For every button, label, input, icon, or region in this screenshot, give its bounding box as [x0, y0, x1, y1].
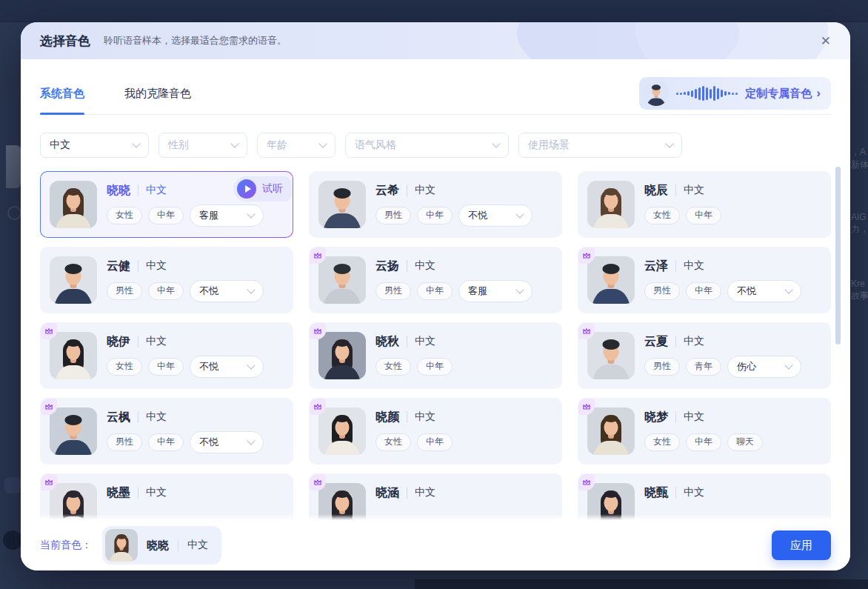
divider	[407, 487, 407, 499]
voice-card-main: 云希中文男性中年不悦	[375, 183, 552, 227]
divider	[407, 411, 407, 423]
emotion-select[interactable]: 不悦	[190, 280, 264, 302]
emotion-select[interactable]: 伤心	[727, 356, 801, 378]
voice-card[interactable]: 晓伊中文女性中年不悦	[40, 322, 293, 389]
chevron-down-icon	[247, 436, 255, 445]
chevron-down-icon	[230, 139, 238, 147]
dialog-body: 系统音色 我的克隆音色 定制专属音色 › 中文性别年龄语气风格使用场景 晓晓中文…	[21, 59, 850, 520]
voice-card[interactable]: 云枫中文男性中年不悦	[40, 398, 293, 465]
voice-name: 云健	[107, 259, 130, 274]
close-icon[interactable]: ✕	[821, 35, 831, 47]
voice-card[interactable]: 晓辰中文女性中年	[578, 171, 831, 238]
apply-button[interactable]: 应用	[772, 530, 831, 560]
dialog-footer: 当前音色： 晓晓 中文 应用	[21, 520, 850, 570]
voice-card[interactable]: 晓晓中文女性中年客服试听	[40, 171, 293, 238]
emotion-select[interactable]: 客服	[190, 204, 264, 227]
emotion-value: 不悦	[199, 436, 218, 449]
voice-tag: 中年	[148, 433, 184, 451]
filter-select-1[interactable]: 中文	[40, 133, 149, 158]
scrollbar-thumb[interactable]	[835, 167, 841, 345]
voice-card[interactable]: 云希中文男性中年不悦	[309, 171, 562, 238]
divider	[675, 260, 676, 272]
voice-tags: 女性中年不悦	[107, 356, 284, 378]
voice-card[interactable]: 晓墨中文	[40, 473, 293, 520]
voice-avatar	[318, 181, 366, 228]
voice-card[interactable]: 云扬中文男性中年客服	[309, 247, 562, 313]
voice-tags: 男性青年伤心	[644, 356, 821, 378]
voice-tag: 女性	[375, 358, 411, 376]
filter-row: 中文性别年龄语气风格使用场景	[40, 133, 831, 158]
voice-tag: 中年	[148, 282, 184, 300]
current-voice-avatar	[105, 529, 138, 562]
voice-select-dialog: 选择音色 聆听语音样本，选择最适合您需求的语音。 ✕ 系统音色 我的克隆音色 定…	[21, 22, 850, 570]
waveform-icon	[676, 84, 738, 102]
chevron-down-icon	[247, 361, 255, 369]
voice-tag: 男性	[107, 433, 142, 451]
filter-select-4[interactable]: 语气风格	[345, 133, 509, 158]
current-voice-name: 晓晓	[147, 539, 169, 553]
emotion-value: 不悦	[468, 209, 487, 222]
divider	[138, 184, 138, 196]
voice-card[interactable]: 云泽中文男性中年不悦	[578, 247, 831, 313]
voice-language: 中文	[146, 410, 167, 424]
voice-card[interactable]: 晓秋中文女性中年	[309, 322, 562, 389]
voice-name: 云扬	[375, 259, 399, 274]
voice-tag: 男性	[107, 282, 142, 300]
emotion-value: 不悦	[737, 284, 756, 298]
divider	[407, 260, 407, 272]
chevron-down-icon	[665, 139, 673, 147]
voice-card[interactable]: 晓梦中文女性中年聊天	[578, 398, 831, 465]
voice-name: 晓墨	[107, 485, 130, 501]
tab-label: 系统音色	[40, 87, 84, 101]
divider	[407, 184, 407, 196]
voice-language: 中文	[146, 259, 167, 273]
chevron-down-icon	[247, 285, 255, 293]
emotion-select[interactable]: 不悦	[190, 431, 264, 453]
divider	[138, 336, 138, 347]
voice-card[interactable]: 晓甄中文	[578, 473, 831, 520]
emotion-select[interactable]: 客服	[458, 280, 533, 302]
emotion-select[interactable]: 不悦	[458, 204, 533, 227]
dialog-subtitle: 聆听语音样本，选择最适合您需求的语音。	[104, 34, 287, 47]
audition-label[interactable]: 试听	[262, 182, 283, 196]
filter-select-2[interactable]: 性别	[158, 133, 247, 158]
voice-tag: 中年	[417, 433, 453, 451]
voice-avatar	[587, 407, 635, 455]
background-help-circle	[3, 530, 22, 550]
voice-tag: 女性	[375, 433, 411, 451]
voice-card[interactable]: 云夏中文男性青年伤心	[578, 322, 831, 389]
voice-list-viewport: 晓晓中文女性中年客服试听云希中文男性中年不悦晓辰中文女性中年云健中文男性中年不悦…	[40, 171, 831, 520]
background-text-fragment: Kre	[851, 279, 865, 289]
voice-avatar	[318, 256, 366, 304]
tab-my-cloned-voices[interactable]: 我的克隆音色	[124, 73, 191, 114]
current-voice-language: 中文	[187, 539, 208, 552]
voice-card-main: 晓伊中文女性中年不悦	[107, 334, 284, 378]
voice-card-main: 云枫中文男性中年不悦	[107, 410, 284, 453]
voice-card[interactable]: 晓涵中文	[309, 473, 562, 520]
voice-card[interactable]: 晓颜中文女性中年	[309, 398, 562, 465]
tab-system-voices[interactable]: 系统音色	[40, 73, 84, 114]
voice-card[interactable]: 云健中文男性中年不悦	[40, 247, 293, 313]
custom-voice-banner[interactable]: 定制专属音色 ›	[639, 77, 831, 110]
emotion-select[interactable]: 不悦	[727, 280, 801, 302]
voice-name: 晓涵	[375, 485, 399, 501]
divider	[675, 411, 676, 423]
voice-avatar	[50, 483, 97, 520]
play-icon[interactable]	[237, 179, 256, 199]
voice-language: 中文	[415, 335, 435, 348]
filter-value: 中文	[50, 139, 70, 152]
emotion-select[interactable]: 不悦	[190, 356, 264, 378]
filter-select-5[interactable]: 使用场景	[518, 133, 682, 158]
voice-avatar	[50, 332, 97, 379]
filter-select-3[interactable]: 年龄	[257, 133, 335, 158]
voice-tag: 中年	[148, 207, 184, 224]
divider	[178, 539, 178, 551]
background-avatar-fragment	[6, 145, 21, 188]
voice-language: 中文	[684, 410, 704, 424]
background-text-fragment: 力，	[851, 223, 868, 236]
voice-card-main: 云扬中文男性中年客服	[375, 259, 552, 302]
voice-tags: 女性中年	[375, 431, 552, 453]
voice-tag: 中年	[686, 207, 721, 224]
background-text-fragment: AIG	[851, 212, 867, 222]
voice-tag: 中年	[417, 358, 453, 376]
